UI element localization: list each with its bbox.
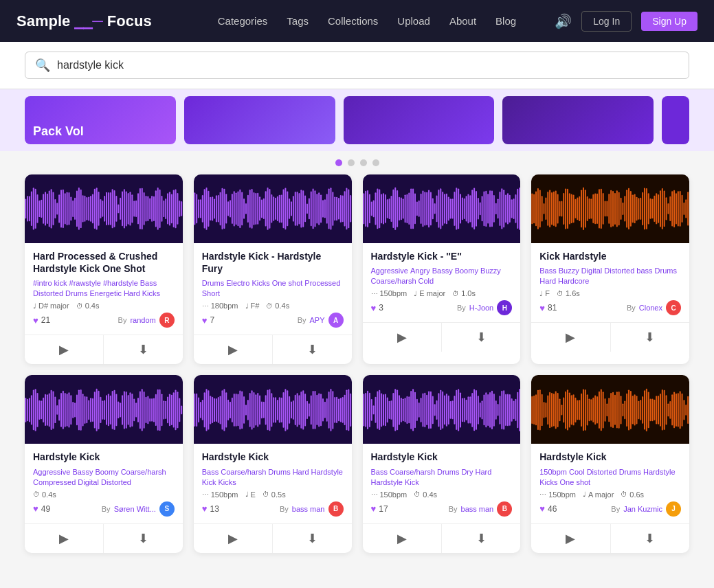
username[interactable]: Clonex	[639, 304, 662, 312]
tag[interactable]: Hardstyle	[643, 468, 675, 476]
pack-card-1[interactable]: Pack Vol	[25, 96, 176, 144]
tag[interactable]: Dry	[461, 468, 473, 476]
tag[interactable]: Coarse/harsh	[390, 468, 435, 476]
tag[interactable]: Kick	[405, 478, 419, 486]
tag[interactable]: Kick	[202, 478, 216, 486]
tag[interactable]: Hard	[124, 289, 140, 297]
tag[interactable]: Kicks	[219, 478, 236, 486]
tag[interactable]: Kicks	[539, 478, 557, 486]
volume-icon[interactable]: 🔊	[555, 13, 572, 30]
nav-about[interactable]: About	[449, 15, 476, 27]
tag[interactable]: #rawstyle	[69, 279, 101, 287]
tag[interactable]: Digital	[581, 267, 603, 275]
pack-card-5[interactable]	[662, 96, 689, 144]
tag[interactable]: #intro kick	[33, 279, 67, 287]
waveform-area[interactable]	[531, 174, 689, 243]
download-button[interactable]: ⬇	[273, 335, 351, 364]
tag[interactable]: Kicks	[142, 289, 160, 297]
play-button[interactable]: ▶	[194, 335, 273, 364]
dot-2[interactable]	[348, 159, 355, 166]
tag[interactable]: Coarse/harsh	[221, 468, 266, 476]
pack-card-3[interactable]	[344, 96, 495, 144]
tag[interactable]: Digital	[78, 478, 99, 486]
download-button[interactable]: ⬇	[273, 524, 351, 553]
likes[interactable]: ♥ 46	[539, 504, 557, 514]
likes[interactable]: ♥ 21	[33, 315, 50, 326]
likes[interactable]: ♥ 81	[539, 303, 557, 313]
username[interactable]: bass man	[292, 505, 325, 513]
tag[interactable]: Bassy	[72, 468, 93, 476]
download-button[interactable]: ⬇	[611, 323, 689, 352]
tag[interactable]: Bass	[371, 468, 388, 476]
tag[interactable]: Buzzy	[480, 267, 501, 275]
waveform-area[interactable]	[194, 375, 352, 444]
download-button[interactable]: ⬇	[104, 524, 182, 553]
signup-button[interactable]: Sign Up	[641, 12, 698, 31]
tag[interactable]: Bass	[202, 468, 219, 476]
tag[interactable]: One shot	[560, 478, 591, 486]
tag[interactable]: Boomy	[95, 468, 118, 476]
tag[interactable]: Drums	[437, 468, 459, 476]
waveform-area[interactable]	[25, 375, 183, 444]
likes[interactable]: ♥ 3	[371, 303, 383, 313]
tag[interactable]: Compressed	[33, 478, 76, 486]
play-button[interactable]: ▶	[363, 323, 442, 352]
tag[interactable]: #hardstyle	[103, 279, 138, 287]
download-button[interactable]: ⬇	[104, 335, 182, 364]
download-button[interactable]: ⬇	[442, 524, 520, 553]
tag[interactable]: Distorted	[33, 289, 63, 297]
tag[interactable]: Energetic	[89, 289, 121, 297]
play-button[interactable]: ▶	[25, 524, 104, 553]
tag[interactable]: Bass	[140, 279, 157, 287]
username[interactable]: APY	[309, 316, 324, 324]
tag[interactable]: Bass	[539, 267, 556, 275]
username[interactable]: Jan Kuzmic	[623, 505, 662, 513]
login-button[interactable]: Log In	[581, 11, 632, 32]
tag[interactable]: Buzzy	[559, 267, 579, 275]
tag[interactable]: Cold	[419, 277, 434, 285]
play-button[interactable]: ▶	[531, 323, 610, 352]
play-button[interactable]: ▶	[194, 524, 273, 553]
tag[interactable]: 150bpm	[539, 468, 567, 476]
play-button[interactable]: ▶	[25, 335, 104, 364]
tag[interactable]: Electro	[226, 279, 249, 287]
tag[interactable]: One shot	[272, 279, 303, 287]
tag[interactable]: Boomy	[455, 267, 478, 275]
tag[interactable]: Bassy	[432, 267, 453, 275]
tag[interactable]: Distorted	[101, 478, 131, 486]
tag[interactable]: Drums	[619, 468, 641, 476]
pack-card-2[interactable]	[184, 96, 335, 144]
tag[interactable]: Short	[202, 289, 220, 297]
tag[interactable]: Distorted bass	[604, 267, 652, 275]
waveform-area[interactable]	[25, 174, 183, 243]
likes[interactable]: ♥ 49	[33, 504, 50, 514]
search-input[interactable]	[57, 59, 679, 71]
download-button[interactable]: ⬇	[442, 323, 520, 352]
play-button[interactable]: ▶	[363, 524, 442, 553]
tag[interactable]: Distorted	[587, 468, 617, 476]
likes[interactable]: ♥ 17	[371, 504, 388, 514]
likes[interactable]: ♥ 7	[202, 315, 214, 326]
tag[interactable]: Aggressive	[371, 267, 408, 275]
pack-card-4[interactable]	[502, 96, 654, 144]
dot-3[interactable]	[360, 159, 367, 166]
tag[interactable]: Processed	[304, 279, 340, 287]
nav-tags[interactable]: Tags	[287, 15, 309, 27]
dot-1[interactable]	[335, 159, 342, 166]
tag[interactable]: Coarse/harsh	[371, 277, 416, 285]
nav-collections[interactable]: Collections	[328, 15, 378, 27]
username[interactable]: random	[130, 316, 155, 324]
tag[interactable]: Cool	[569, 468, 585, 476]
username[interactable]: Søren Witt...	[114, 505, 156, 513]
download-button[interactable]: ⬇	[611, 524, 689, 553]
nav-upload[interactable]: Upload	[397, 15, 430, 27]
waveform-area[interactable]	[531, 375, 689, 444]
likes[interactable]: ♥ 13	[202, 504, 219, 514]
tag[interactable]: Drums	[65, 289, 87, 297]
waveform-area[interactable]	[363, 174, 521, 243]
tag[interactable]: Kicks	[252, 279, 269, 287]
tag[interactable]: Drums	[268, 468, 290, 476]
username[interactable]: bass man	[461, 505, 494, 513]
tag[interactable]: Drums	[202, 279, 224, 287]
tag[interactable]: Drums	[655, 267, 677, 275]
